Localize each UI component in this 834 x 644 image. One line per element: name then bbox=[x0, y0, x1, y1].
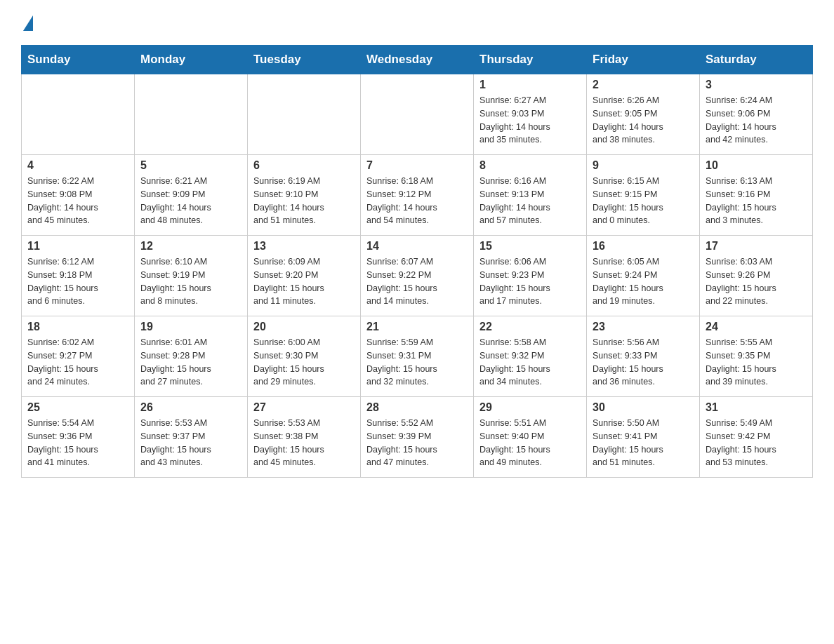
calendar-cell: 28Sunrise: 5:52 AM Sunset: 9:39 PM Dayli… bbox=[361, 397, 474, 478]
calendar-cell: 23Sunrise: 5:56 AM Sunset: 9:33 PM Dayli… bbox=[587, 316, 700, 397]
calendar-cell: 16Sunrise: 6:05 AM Sunset: 9:24 PM Dayli… bbox=[587, 236, 700, 316]
calendar-cell: 25Sunrise: 5:54 AM Sunset: 9:36 PM Dayli… bbox=[22, 397, 135, 478]
day-number: 17 bbox=[706, 240, 807, 253]
calendar-cell: 14Sunrise: 6:07 AM Sunset: 9:22 PM Dayli… bbox=[361, 236, 474, 316]
day-number: 18 bbox=[27, 321, 128, 333]
day-info: Sunrise: 5:56 AM Sunset: 9:33 PM Dayligh… bbox=[593, 336, 694, 389]
day-info: Sunrise: 6:19 AM Sunset: 9:10 PM Dayligh… bbox=[253, 175, 355, 227]
calendar-cell: 1Sunrise: 6:27 AM Sunset: 9:03 PM Daylig… bbox=[474, 74, 587, 155]
calendar-day-header: Friday bbox=[587, 46, 700, 74]
day-info: Sunrise: 5:58 AM Sunset: 9:32 PM Dayligh… bbox=[479, 336, 581, 389]
calendar-day-header: Monday bbox=[135, 46, 248, 74]
calendar-day-header: Saturday bbox=[700, 46, 813, 74]
day-info: Sunrise: 5:54 AM Sunset: 9:36 PM Dayligh… bbox=[27, 417, 128, 469]
day-number: 30 bbox=[593, 401, 694, 414]
calendar-header-row: SundayMondayTuesdayWednesdayThursdayFrid… bbox=[22, 46, 813, 74]
day-number: 15 bbox=[479, 240, 581, 253]
day-number: 14 bbox=[366, 240, 468, 253]
day-info: Sunrise: 6:22 AM Sunset: 9:08 PM Dayligh… bbox=[27, 175, 128, 227]
calendar-cell bbox=[22, 74, 135, 155]
calendar-day-header: Sunday bbox=[22, 46, 135, 74]
calendar-day-header: Tuesday bbox=[248, 46, 361, 74]
day-info: Sunrise: 5:53 AM Sunset: 9:37 PM Dayligh… bbox=[140, 417, 241, 469]
day-info: Sunrise: 6:24 AM Sunset: 9:06 PM Dayligh… bbox=[706, 94, 807, 147]
day-number: 2 bbox=[593, 79, 694, 91]
calendar-cell: 5Sunrise: 6:21 AM Sunset: 9:09 PM Daylig… bbox=[135, 155, 248, 236]
calendar-cell: 26Sunrise: 5:53 AM Sunset: 9:37 PM Dayli… bbox=[135, 397, 248, 478]
calendar-cell: 2Sunrise: 6:26 AM Sunset: 9:05 PM Daylig… bbox=[587, 74, 700, 155]
calendar-cell: 11Sunrise: 6:12 AM Sunset: 9:18 PM Dayli… bbox=[22, 236, 135, 316]
logo-triangle-icon bbox=[23, 15, 33, 31]
day-info: Sunrise: 6:26 AM Sunset: 9:05 PM Dayligh… bbox=[593, 94, 694, 147]
calendar-cell: 17Sunrise: 6:03 AM Sunset: 9:26 PM Dayli… bbox=[700, 236, 813, 316]
day-info: Sunrise: 6:18 AM Sunset: 9:12 PM Dayligh… bbox=[366, 175, 468, 227]
calendar-cell bbox=[361, 74, 474, 155]
day-info: Sunrise: 5:53 AM Sunset: 9:38 PM Dayligh… bbox=[253, 417, 355, 469]
calendar-cell: 9Sunrise: 6:15 AM Sunset: 9:15 PM Daylig… bbox=[587, 155, 700, 236]
calendar-table: SundayMondayTuesdayWednesdayThursdayFrid… bbox=[21, 45, 813, 478]
calendar-cell bbox=[135, 74, 248, 155]
day-info: Sunrise: 5:50 AM Sunset: 9:41 PM Dayligh… bbox=[593, 417, 694, 469]
day-info: Sunrise: 6:06 AM Sunset: 9:23 PM Dayligh… bbox=[479, 255, 581, 308]
day-number: 1 bbox=[479, 79, 581, 91]
day-number: 26 bbox=[140, 401, 241, 414]
calendar-week-row: 25Sunrise: 5:54 AM Sunset: 9:36 PM Dayli… bbox=[22, 397, 813, 478]
day-number: 24 bbox=[706, 321, 807, 333]
day-number: 27 bbox=[253, 401, 355, 414]
day-info: Sunrise: 5:51 AM Sunset: 9:40 PM Dayligh… bbox=[479, 417, 581, 469]
day-number: 3 bbox=[706, 79, 807, 91]
calendar-cell: 8Sunrise: 6:16 AM Sunset: 9:13 PM Daylig… bbox=[474, 155, 587, 236]
calendar-week-row: 1Sunrise: 6:27 AM Sunset: 9:03 PM Daylig… bbox=[22, 74, 813, 155]
calendar-week-row: 18Sunrise: 6:02 AM Sunset: 9:27 PM Dayli… bbox=[22, 316, 813, 397]
day-info: Sunrise: 5:55 AM Sunset: 9:35 PM Dayligh… bbox=[706, 336, 807, 389]
day-number: 10 bbox=[706, 159, 807, 172]
day-info: Sunrise: 6:07 AM Sunset: 9:22 PM Dayligh… bbox=[366, 255, 468, 308]
calendar-cell: 30Sunrise: 5:50 AM Sunset: 9:41 PM Dayli… bbox=[587, 397, 700, 478]
day-info: Sunrise: 6:27 AM Sunset: 9:03 PM Dayligh… bbox=[479, 94, 581, 147]
day-number: 16 bbox=[593, 240, 694, 253]
day-number: 20 bbox=[253, 321, 355, 333]
day-info: Sunrise: 6:21 AM Sunset: 9:09 PM Dayligh… bbox=[140, 175, 241, 227]
calendar-cell: 24Sunrise: 5:55 AM Sunset: 9:35 PM Dayli… bbox=[700, 316, 813, 397]
calendar-cell: 29Sunrise: 5:51 AM Sunset: 9:40 PM Dayli… bbox=[474, 397, 587, 478]
day-info: Sunrise: 6:00 AM Sunset: 9:30 PM Dayligh… bbox=[253, 336, 355, 389]
day-number: 19 bbox=[140, 321, 241, 333]
calendar-cell: 7Sunrise: 6:18 AM Sunset: 9:12 PM Daylig… bbox=[361, 155, 474, 236]
logo: Blue bbox=[21, 14, 34, 31]
calendar-cell: 6Sunrise: 6:19 AM Sunset: 9:10 PM Daylig… bbox=[248, 155, 361, 236]
calendar-cell: 15Sunrise: 6:06 AM Sunset: 9:23 PM Dayli… bbox=[474, 236, 587, 316]
page-header: Blue bbox=[21, 14, 813, 31]
day-info: Sunrise: 5:52 AM Sunset: 9:39 PM Dayligh… bbox=[366, 417, 468, 469]
day-info: Sunrise: 6:10 AM Sunset: 9:19 PM Dayligh… bbox=[140, 255, 241, 308]
day-number: 21 bbox=[366, 321, 468, 333]
calendar-cell: 4Sunrise: 6:22 AM Sunset: 9:08 PM Daylig… bbox=[22, 155, 135, 236]
day-info: Sunrise: 6:15 AM Sunset: 9:15 PM Dayligh… bbox=[593, 175, 694, 227]
calendar-cell: 3Sunrise: 6:24 AM Sunset: 9:06 PM Daylig… bbox=[700, 74, 813, 155]
calendar-week-row: 11Sunrise: 6:12 AM Sunset: 9:18 PM Dayli… bbox=[22, 236, 813, 316]
calendar-cell bbox=[248, 74, 361, 155]
day-number: 28 bbox=[366, 401, 468, 414]
calendar-cell: 21Sunrise: 5:59 AM Sunset: 9:31 PM Dayli… bbox=[361, 316, 474, 397]
day-info: Sunrise: 6:02 AM Sunset: 9:27 PM Dayligh… bbox=[27, 336, 128, 389]
calendar-cell: 12Sunrise: 6:10 AM Sunset: 9:19 PM Dayli… bbox=[135, 236, 248, 316]
day-info: Sunrise: 5:49 AM Sunset: 9:42 PM Dayligh… bbox=[706, 417, 807, 469]
calendar-cell: 10Sunrise: 6:13 AM Sunset: 9:16 PM Dayli… bbox=[700, 155, 813, 236]
day-number: 12 bbox=[140, 240, 241, 253]
day-number: 7 bbox=[366, 159, 468, 172]
calendar-day-header: Thursday bbox=[474, 46, 587, 74]
day-info: Sunrise: 6:05 AM Sunset: 9:24 PM Dayligh… bbox=[593, 255, 694, 308]
day-info: Sunrise: 6:03 AM Sunset: 9:26 PM Dayligh… bbox=[706, 255, 807, 308]
calendar-cell: 18Sunrise: 6:02 AM Sunset: 9:27 PM Dayli… bbox=[22, 316, 135, 397]
day-number: 8 bbox=[479, 159, 581, 172]
day-number: 6 bbox=[253, 159, 355, 172]
calendar-cell: 31Sunrise: 5:49 AM Sunset: 9:42 PM Dayli… bbox=[700, 397, 813, 478]
day-info: Sunrise: 6:01 AM Sunset: 9:28 PM Dayligh… bbox=[140, 336, 241, 389]
calendar-day-header: Wednesday bbox=[361, 46, 474, 74]
day-info: Sunrise: 6:13 AM Sunset: 9:16 PM Dayligh… bbox=[706, 175, 807, 227]
day-number: 13 bbox=[253, 240, 355, 253]
day-number: 22 bbox=[479, 321, 581, 333]
day-number: 31 bbox=[706, 401, 807, 414]
day-info: Sunrise: 6:16 AM Sunset: 9:13 PM Dayligh… bbox=[479, 175, 581, 227]
calendar-cell: 27Sunrise: 5:53 AM Sunset: 9:38 PM Dayli… bbox=[248, 397, 361, 478]
day-info: Sunrise: 6:09 AM Sunset: 9:20 PM Dayligh… bbox=[253, 255, 355, 308]
